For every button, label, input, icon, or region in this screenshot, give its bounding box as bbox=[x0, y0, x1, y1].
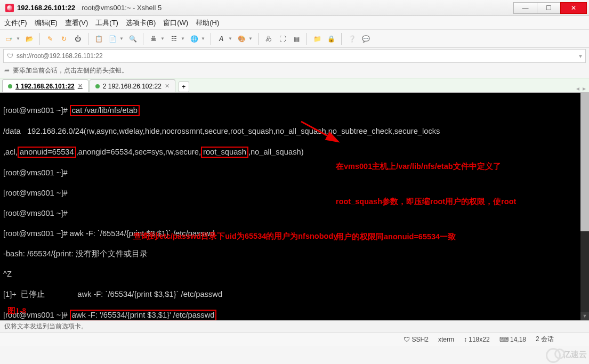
tab-label: 1 192.168.26.101:22 bbox=[15, 83, 75, 90]
disconnect-icon[interactable]: ⏻ bbox=[72, 33, 84, 45]
lock-icon[interactable]: 🔒 bbox=[325, 33, 337, 45]
encoding-icon[interactable]: あ bbox=[263, 33, 275, 45]
menu-edit[interactable]: 编辑(E) bbox=[35, 18, 58, 28]
scroll-down-icon[interactable]: ▼ bbox=[580, 312, 589, 320]
dropdown-icon[interactable]: ▼ bbox=[228, 36, 232, 41]
terminal-output: /data 192.168.26.0/24(rw,async,wdelay,hi… bbox=[3, 126, 586, 136]
menubar: 文件(F) 编辑(E) 查看(V) 工具(T) 选项卡(B) 窗口(W) 帮助(… bbox=[0, 16, 589, 30]
dropdown-icon[interactable]: ▼ bbox=[119, 36, 124, 41]
font-icon[interactable]: A bbox=[215, 33, 227, 45]
lock-icon: 🛡 bbox=[7, 52, 13, 60]
hint-text: 要添加当前会话，点击左侧的箭头按钮。 bbox=[13, 66, 128, 75]
xftp-icon[interactable]: 📁 bbox=[311, 33, 323, 45]
annotation-2: 查询到/etc/passwd目录下uid为65534的用户为nfsnobody bbox=[133, 230, 337, 242]
help-icon[interactable]: ❔ bbox=[346, 33, 358, 45]
highlight-root-squash: root_squash bbox=[201, 147, 248, 158]
find-icon[interactable]: 🔍 bbox=[127, 33, 139, 45]
new-session-icon[interactable]: ▭+ bbox=[3, 33, 15, 45]
tile-icon[interactable]: ▦ bbox=[291, 33, 302, 45]
menu-view[interactable]: 查看(V) bbox=[65, 18, 88, 28]
scroll-thumb[interactable] bbox=[580, 93, 589, 231]
globe-icon[interactable]: 🌐 bbox=[188, 33, 200, 45]
dropdown-icon[interactable]: ▼ bbox=[181, 36, 185, 41]
status-protocol: 🛡 SSH2 bbox=[404, 336, 429, 343]
watermark: 亿速云 bbox=[546, 348, 587, 363]
status-text: 仅将文本发送到当前选项卡。 bbox=[4, 322, 87, 331]
app-icon bbox=[5, 4, 14, 12]
props-icon[interactable]: ☷ bbox=[168, 33, 180, 45]
dropdown-icon[interactable]: ▼ bbox=[248, 36, 253, 41]
minimize-button[interactable]: — bbox=[513, 2, 537, 14]
new-icon[interactable]: ✎ bbox=[44, 33, 56, 45]
maximize-button[interactable]: ☐ bbox=[537, 2, 561, 14]
reconnect-icon[interactable]: ↻ bbox=[58, 33, 70, 45]
highlight-cmd-cat: cat /var/lib/nfs/etab bbox=[70, 105, 140, 116]
terminal-scrollbar[interactable]: ▲ ▼ bbox=[580, 93, 589, 320]
toolbar: ▭+▼ 📂 ✎ ↻ ⏻ 📋 📄▼ 🔍 🖶▼ ☷▼ 🌐▼ A▼ 🎨▼ あ ⛶ ▦ … bbox=[0, 30, 589, 48]
terminal[interactable]: [root@vms001 ~]# cat /var/lib/nfs/etab /… bbox=[0, 93, 589, 320]
dropdown-icon[interactable]: ▼ bbox=[160, 36, 165, 41]
terminal-ctrlz: ^Z bbox=[3, 269, 586, 279]
annotation-1: 在vms001主机上/var/lib/nfs/etab文件中定义了 root_s… bbox=[336, 137, 565, 254]
status-dot-icon bbox=[8, 84, 12, 88]
status-sessions: 2 会话 bbox=[536, 335, 554, 344]
session-tab-1[interactable]: 1 192.168.26.101:22 ✕ bbox=[2, 79, 88, 92]
hint-bar: ➦ 要添加当前会话，点击左侧的箭头按钮。 bbox=[3, 64, 586, 77]
menu-help[interactable]: 帮助(H) bbox=[196, 18, 219, 28]
tab-add-button[interactable]: + bbox=[179, 82, 189, 92]
tab-nav: ◂ ▸ bbox=[576, 85, 586, 92]
tab-close-icon[interactable]: ✕ bbox=[165, 83, 170, 90]
paste-icon[interactable]: 📄 bbox=[107, 33, 118, 45]
copy-icon[interactable]: 📋 bbox=[93, 33, 104, 45]
menu-tab[interactable]: 选项卡(B) bbox=[126, 18, 156, 28]
title-sub: root@vms001:~ - Xshell 5 bbox=[82, 4, 162, 12]
dropdown-icon[interactable]: ▼ bbox=[201, 36, 205, 41]
session-tab-2[interactable]: 2 192.168.26.102:22 ✕ bbox=[90, 79, 175, 92]
status-termtype: xterm bbox=[438, 336, 454, 343]
palette-icon[interactable]: 🎨 bbox=[236, 33, 247, 45]
tab-bar: 1 192.168.26.101:22 ✕ 2 192.168.26.102:2… bbox=[0, 78, 589, 93]
chat-icon[interactable]: 💬 bbox=[360, 33, 372, 45]
hint-arrow-icon[interactable]: ➦ bbox=[4, 67, 10, 74]
close-button[interactable]: ✕ bbox=[560, 2, 587, 14]
highlight-anonuid: anonuid=65534 bbox=[18, 147, 76, 158]
address-text: ssh://root@192.168.26.101:22 bbox=[17, 52, 103, 60]
tab-close-icon[interactable]: ✕ bbox=[78, 83, 83, 90]
title-ip: 192.168.26.101:22 bbox=[17, 4, 75, 12]
dropdown-icon[interactable]: ▼ bbox=[16, 36, 20, 41]
open-icon[interactable]: 📂 bbox=[23, 33, 35, 45]
titlebar: 192.168.26.101:22 root@vms001:~ - Xshell… bbox=[0, 0, 589, 16]
status-size: ↕ 118x22 bbox=[464, 336, 490, 343]
menu-tools[interactable]: 工具(T) bbox=[95, 18, 118, 28]
highlight-cmd-awk: awk -F: '/65534/{print $3,$1}' /etc/pass… bbox=[70, 310, 217, 320]
status-bar-2: 🛡 SSH2 xterm ↕ 118x22 ⌨ 14,18 2 会话 bbox=[0, 332, 589, 346]
figure-label: 图1-8 bbox=[7, 306, 26, 316]
terminal-stopped: [1]+ 已停止 awk -F: `/65534/{print $3,$1}` … bbox=[3, 289, 586, 300]
address-dropdown-icon[interactable]: ▾ bbox=[579, 52, 582, 60]
tab-label: 2 192.168.26.102:22 bbox=[103, 83, 162, 90]
address-bar[interactable]: 🛡 ssh://root@192.168.26.101:22 ▾ bbox=[3, 49, 586, 63]
fullscreen-icon[interactable]: ⛶ bbox=[277, 33, 288, 45]
tab-prev-icon[interactable]: ◂ bbox=[576, 85, 579, 92]
menu-window[interactable]: 窗口(W) bbox=[163, 18, 188, 28]
status-dot-icon bbox=[95, 84, 100, 88]
status-bar-1: 仅将文本发送到当前选项卡。 bbox=[0, 320, 589, 332]
menu-file[interactable]: 文件(F) bbox=[4, 18, 27, 28]
tab-next-icon[interactable]: ▸ bbox=[583, 85, 586, 92]
print-icon[interactable]: 🖶 bbox=[148, 33, 159, 45]
status-pos: ⌨ 14,18 bbox=[499, 336, 526, 343]
